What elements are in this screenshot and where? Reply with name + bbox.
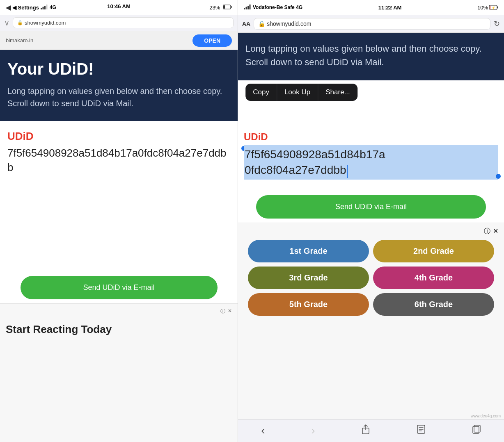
grade-btn-4[interactable]: 4th Grade	[373, 267, 494, 289]
page-title-left: Your UDiD!	[7, 60, 230, 78]
grade-buttons-grid: 1st Grade 2nd Grade 3rd Grade 4th Grade …	[244, 240, 498, 316]
udid-line1: 7f5f654908928a51d84b17a	[245, 148, 385, 161]
send-email-button-right[interactable]: Send UDiD via E-mail	[256, 195, 486, 219]
browser-bar-right: AA 🔒 showmyudid.com ↻	[238, 15, 504, 33]
signal-bars-left	[41, 5, 48, 11]
url-bar-right[interactable]: 🔒 showmyudid.com	[254, 18, 490, 30]
instruction-text-right: Long tapping on values given below and t…	[245, 42, 497, 69]
bookmarks-button-right[interactable]	[417, 424, 426, 437]
grade-ad-header: ⓘ ✕	[244, 227, 498, 236]
svg-rect-5	[231, 6, 232, 8]
send-email-button-left[interactable]: Send UDiD via E-mail	[21, 276, 218, 299]
ad-close-icon-right[interactable]: ✕	[493, 227, 498, 236]
svg-rect-7	[244, 8, 245, 9]
ad-close-icon-left[interactable]: ✕	[228, 308, 232, 315]
svg-rect-13	[490, 6, 490, 9]
svg-rect-10	[250, 5, 251, 9]
aa-button-right[interactable]: AA	[242, 21, 250, 27]
ad-bottom-header-left: ⓘ ✕	[6, 308, 232, 315]
time-left: 10:46 AM	[107, 3, 131, 9]
back-settings[interactable]: ◀	[6, 4, 11, 11]
svg-rect-1	[42, 7, 44, 9]
status-left-info: ◀ ◀ Settings 4G	[6, 4, 56, 11]
grade-btn-5[interactable]: 5th Grade	[248, 293, 369, 316]
dark-section-left: Your UDiD! Long tapping on values given …	[0, 50, 238, 121]
lock-icon-right: 🔒	[258, 21, 265, 27]
grade-btn-1[interactable]: 1st Grade	[248, 240, 369, 262]
url-text-left: showmyudid.com	[25, 20, 66, 26]
battery-right: 10% ⚡	[477, 5, 498, 11]
signal-bars-right	[244, 5, 251, 11]
context-menu-share[interactable]: Share...	[318, 84, 357, 101]
status-right-left: Vodafone-Be Safe 4G	[244, 5, 302, 11]
grade-btn-2[interactable]: 2nd Grade	[373, 240, 494, 262]
ad-bottom-title-left: Start Reacting Today	[6, 323, 232, 336]
udid-value-left[interactable]: 7f5f654908928a51d84b17a0fdc8f04a27e7ddbb	[7, 146, 230, 175]
svg-rect-3	[46, 5, 47, 9]
svg-rect-12	[497, 7, 498, 9]
lock-icon-left: 🔒	[17, 20, 23, 25]
time-right: 11:22 AM	[378, 5, 402, 11]
chevron-down-icon[interactable]: ∨	[4, 18, 9, 27]
ad-info-icon-left: ⓘ	[220, 308, 225, 315]
status-bar-right: Vodafone-Be Safe 4G 11:22 AM 10% ⚡	[238, 0, 504, 15]
svg-rect-2	[44, 6, 46, 9]
watermark: www.deu4q.com	[471, 414, 501, 418]
svg-rect-6	[223, 5, 225, 9]
context-menu: Copy Look Up Share...	[245, 84, 357, 101]
bottom-toolbar-right: ‹ ›	[238, 419, 504, 442]
instruction-text-left: Long tapping on values given below and t…	[7, 85, 230, 109]
text-cursor	[347, 165, 348, 178]
context-menu-copy[interactable]: Copy	[245, 84, 277, 101]
status-bar-left: ◀ ◀ Settings 4G 10:46 AM 23%	[0, 0, 238, 15]
url-text-right: showmyudid.com	[267, 21, 311, 27]
browser-bar-left: ∨ 🔒 showmyudid.com	[0, 15, 238, 31]
svg-rect-9	[247, 6, 249, 9]
settings-label: ◀ Settings	[12, 5, 39, 11]
grade-btn-6[interactable]: 6th Grade	[373, 293, 494, 316]
udid-section-right: UDiD 7f5f654908928a51d84b17a 0fdc8f04a27…	[238, 125, 504, 185]
ad-bottom-left: ⓘ ✕ Start Reacting Today	[0, 303, 238, 442]
svg-rect-0	[41, 8, 42, 9]
open-button-left[interactable]: OPEN	[192, 34, 232, 47]
white-section-left: UDiD 7f5f654908928a51d84b17a0fdc8f04a27e…	[0, 121, 238, 268]
network-type-right: Vodafone-Be Safe 4G	[253, 5, 302, 10]
ad-banner-left: bimakaro.in OPEN	[0, 31, 238, 50]
udid-label-left: UDiD	[7, 130, 230, 143]
left-phone: ◀ ◀ Settings 4G 10:46 AM 23% ∨	[0, 0, 238, 442]
svg-text:⚡: ⚡	[491, 6, 495, 10]
grade-ad-right: ⓘ ✕ 1st Grade 2nd Grade 3rd Grade 4th Gr…	[238, 223, 504, 419]
udid-line2: 0fdc8f04a27e7ddbb	[245, 164, 346, 176]
battery-left: 23%	[209, 5, 232, 11]
share-button-right[interactable]	[361, 424, 370, 437]
selection-handle-bottom[interactable]	[496, 174, 501, 179]
udid-value-right[interactable]: 7f5f654908928a51d84b17a 0fdc8f04a27e7ddb…	[244, 145, 498, 180]
udid-label-right: UDiD	[244, 131, 498, 143]
ad-info-icon-right: ⓘ	[484, 227, 490, 236]
grade-btn-3[interactable]: 3rd Grade	[248, 267, 369, 289]
context-menu-lookup[interactable]: Look Up	[277, 84, 318, 101]
tabs-button-right[interactable]	[472, 424, 481, 437]
white-section-right: Copy Look Up Share... UDiD 7f5f654908928…	[238, 80, 504, 223]
url-bar-left[interactable]: 🔒 showmyudid.com	[13, 17, 234, 28]
forward-button-right[interactable]: ›	[311, 424, 315, 437]
dark-section-right: Long tapping on values given below and t…	[238, 33, 504, 80]
right-phone: Vodafone-Be Safe 4G 11:22 AM 10% ⚡ AA 🔒 …	[238, 0, 504, 442]
back-button-right[interactable]: ‹	[261, 424, 265, 437]
ad-site-left: bimakaro.in	[6, 37, 33, 43]
svg-rect-8	[246, 7, 247, 9]
refresh-icon-right[interactable]: ↻	[494, 19, 500, 28]
network-type-left: 4G	[50, 5, 56, 10]
